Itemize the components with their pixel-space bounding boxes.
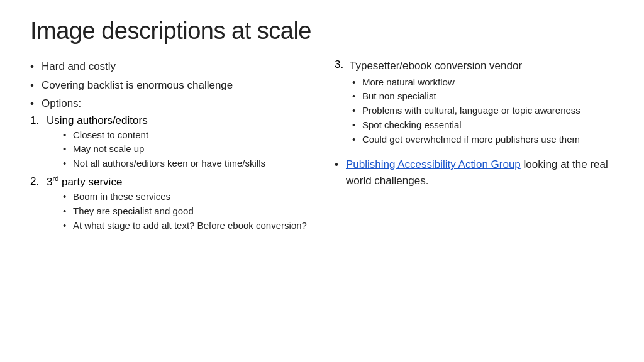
list-item: More natural workflow: [352, 75, 580, 89]
left-column: Hard and costly Covering backlist is eno…: [30, 58, 328, 344]
right-column: 3. Typesetter/ebook conversion vendor Mo…: [328, 58, 614, 344]
num-title-1: Using authors/editors: [47, 114, 148, 126]
paag-bullet: Publishing Accessibility Action Group lo…: [335, 156, 614, 189]
list-item: Not all authors/editors keen or have tim…: [63, 156, 265, 170]
right-sub-bullets-3: More natural workflow But non specialist…: [352, 75, 580, 146]
list-item: But non specialist: [352, 89, 580, 103]
right-numbered-item-3: 3. Typesetter/ebook conversion vendor Mo…: [335, 58, 614, 146]
num-label-1: 1.: [30, 114, 47, 127]
list-item: They are specialist and good: [63, 204, 307, 218]
num-label-2: 2.: [30, 175, 47, 188]
slide-title: Image descriptions at scale: [30, 18, 614, 45]
list-item: Spot checking essential: [352, 118, 580, 132]
numbered-item-1: 1. Using authors/editors Closest to cont…: [30, 114, 309, 173]
list-item: May not scale up: [63, 142, 265, 156]
numbered-item-2: 2. 3rd party service Boom in these servi…: [30, 175, 309, 235]
content-area: Hard and costly Covering backlist is eno…: [30, 58, 614, 344]
sub-bullets-1: Closest to content May not scale up Not …: [63, 128, 265, 170]
left-bullet-list: Hard and costly Covering backlist is eno…: [30, 58, 309, 112]
list-item: Could get overwhelmed if more publishers…: [352, 133, 580, 146]
num-title-2: 3rd party service: [47, 176, 122, 188]
list-item: At what stage to add alt text? Before eb…: [63, 219, 307, 233]
list-item: Problems with cultural, language or topi…: [352, 104, 580, 118]
slide: Image descriptions at scale Hard and cos…: [0, 0, 644, 362]
right-num-title-3: Typesetter/ebook conversion vendor: [350, 58, 580, 74]
list-item: Closest to content: [63, 128, 265, 142]
paag-link[interactable]: Publishing Accessibility Action Group: [346, 158, 521, 170]
sub-bullets-2: Boom in these services They are speciali…: [63, 190, 307, 232]
list-item: Options:: [30, 96, 309, 112]
list-item: Hard and costly: [30, 58, 309, 75]
right-num-label-3: 3.: [335, 58, 350, 71]
list-item: Boom in these services: [63, 190, 307, 204]
list-item: Covering backlist is enormous challenge: [30, 77, 309, 94]
